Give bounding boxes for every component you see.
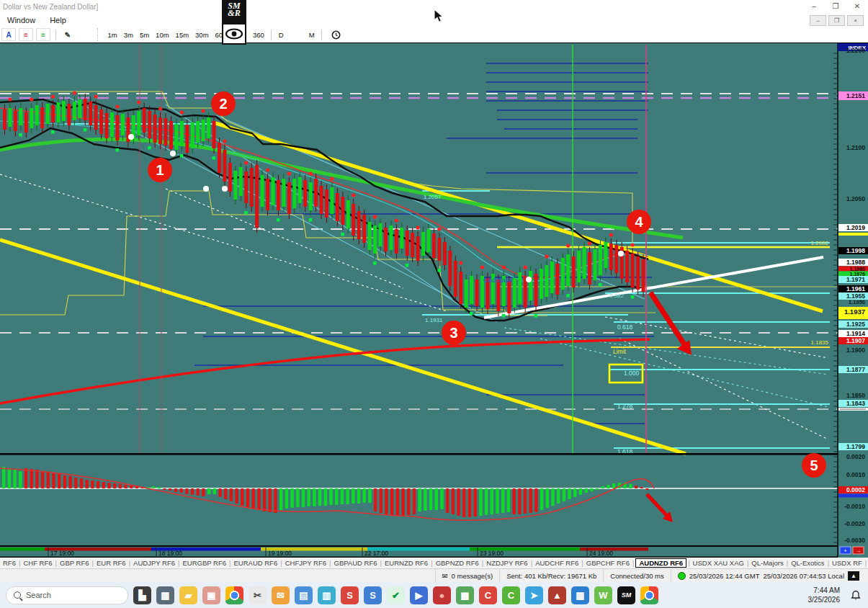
taskbar-app-red-app-icon[interactable]: ▲	[548, 586, 566, 604]
timeframe-monthly-button[interactable]: M	[305, 31, 318, 39]
taskbar-app-green-app-icon[interactable]: ▩	[456, 586, 474, 604]
search-icon	[14, 591, 21, 599]
alarm-icon[interactable]: ▲	[848, 571, 859, 581]
status-bar: ✉ 0 message(s) Sent: 401 Kb/Recv: 19671 …	[0, 568, 868, 582]
tab-audchf-rf6[interactable]: AUDCHF RF6	[534, 559, 580, 567]
taskbar-search[interactable]: Search	[6, 586, 128, 604]
taskbar: Search ▙▦▰▣✂✉▤▥SS✔▶●▩CC➤▲▦WSM 7:44 AM 3/…	[0, 582, 868, 608]
taskbar-app-notes-icon[interactable]: ▤	[295, 586, 313, 604]
draw-tool-icon[interactable]: ✎	[61, 29, 74, 40]
tab-partial[interactable]: RF6	[1, 559, 17, 567]
toolbar: A ≡ ≡ ✎ 1m3m5m10m15m30m60m240360 D M	[0, 27, 868, 43]
chart-area[interactable]: Grid Base1.20571.19310.3820.6181.0001.27…	[0, 43, 868, 558]
tab-nzdjpy-rf6[interactable]: NZDJPY RF6	[485, 559, 529, 567]
minimize-button[interactable]: –	[803, 0, 825, 12]
search-placeholder: Search	[26, 591, 51, 599]
tab-eur-rf6[interactable]: EUR RF6	[95, 559, 127, 567]
price-chart-canvas[interactable]: Grid Base1.20571.19310.3820.6181.0001.27…	[0, 43, 868, 558]
table-red-tool-icon[interactable]: ≡	[19, 28, 33, 41]
timeframe-1m-button[interactable]: 1m	[104, 31, 120, 39]
taskbar-app-chrome-icon[interactable]	[225, 586, 243, 604]
taskbar-app-video-app-icon[interactable]: ▶	[410, 586, 428, 604]
taskbar-app-file-explorer-icon[interactable]: ▰	[179, 586, 197, 604]
taskbar-time: 7:44 AM	[808, 586, 841, 595]
taskbar-app-skype-icon[interactable]: S	[364, 586, 382, 604]
taskbar-app-trading-check-icon[interactable]: ✔	[387, 586, 405, 604]
taskbar-app-smr-app-icon[interactable]: SM	[617, 586, 635, 604]
messages-segment[interactable]: ✉ 0 message(s)	[435, 569, 500, 582]
connection-status-icon	[678, 572, 686, 580]
mouse-cursor	[434, 9, 445, 27]
tab-ql-majors[interactable]: QL-Majors	[750, 559, 784, 567]
taskbar-app-calculator-icon[interactable]: ▦	[156, 586, 174, 604]
mdi-close-button[interactable]: ×	[847, 15, 864, 26]
tab-ql-exotics[interactable]: QL-Exotics	[789, 559, 826, 567]
tab-gbp-rf6[interactable]: GBP RF6	[58, 559, 90, 567]
tab-eurnzd-rf6[interactable]: EURNZD RF6	[383, 559, 429, 567]
maximize-button[interactable]: ❐	[825, 0, 846, 12]
taskbar-app-chrome-2-icon[interactable]	[640, 586, 658, 604]
menu-help[interactable]: Help	[42, 16, 73, 24]
price-label-1.1961: 1.1961	[846, 285, 865, 292]
tab-euraud-rf6[interactable]: EURAUD RF6	[232, 559, 279, 567]
taskbar-app-capture-icon[interactable]: ▥	[318, 586, 336, 604]
toolbar-separator	[271, 30, 272, 40]
tab-separator: |	[380, 559, 382, 567]
price-label-1.1998: 1.1998	[846, 247, 865, 254]
messages-count: 0 message(s)	[452, 572, 493, 580]
price-label-0.0020: 0.0020	[846, 453, 865, 460]
menu-window[interactable]: Window	[0, 16, 42, 24]
taskbar-app-window-tool-icon[interactable]: ▙	[133, 586, 151, 604]
timeframe-3m-button[interactable]: 3m	[120, 31, 136, 39]
timeframe-360-button[interactable]: 360	[249, 31, 267, 39]
notification-bell-icon[interactable]	[851, 590, 861, 601]
taskbar-app-c-green-icon[interactable]: C	[502, 586, 520, 604]
chart-label-1-1931: 1.1931	[425, 317, 443, 323]
trading-app-window: Dollar vs New Zealand Dollar] – ❐ ✕ Wind…	[0, 0, 868, 608]
tab-separator: |	[431, 559, 432, 567]
chart-label-1-1835: 1.1835	[811, 339, 829, 346]
tab-gbpnzd-rf6[interactable]: GBPNZD RF6	[434, 559, 480, 567]
taskbar-app-photos-icon[interactable]: ▣	[202, 586, 220, 604]
close-button[interactable]: ✕	[846, 0, 868, 12]
mdi-restore-button[interactable]: ❐	[828, 15, 845, 26]
tab-separator: |	[92, 559, 94, 567]
taskbar-app-sphere-app-icon[interactable]: ●	[433, 586, 451, 604]
taskbar-app-telegram-icon[interactable]: ➤	[525, 586, 543, 604]
tab-chfjpy-rf6[interactable]: CHFJPY RF6	[284, 559, 328, 567]
timeframe-5m-button[interactable]: 5m	[136, 31, 152, 39]
timeframe-15m-button[interactable]: 15m	[172, 31, 192, 39]
tab-usdx-rf[interactable]: USDX RF	[831, 559, 864, 567]
tab-audnzd-rf6[interactable]: AUDNZD RF6	[635, 558, 686, 568]
taskbar-app-sugarsync-icon[interactable]: S	[341, 586, 359, 604]
tab-chf-rf6[interactable]: CHF RF6	[22, 559, 53, 567]
tab-gbpchf-rf6[interactable]: GBPCHF RF6	[585, 559, 631, 567]
chart-label-limit: Limit	[613, 348, 627, 355]
mdi-minimize-button[interactable]: –	[810, 15, 826, 26]
clock-icon[interactable]	[331, 30, 341, 40]
tab-eurgbp-rf6[interactable]: EURGBP RF6	[181, 559, 228, 567]
tab-gbpaud-rf6[interactable]: GBPAUD RF6	[333, 559, 379, 567]
toolbar-separator	[97, 28, 99, 41]
tab-separator: |	[688, 559, 689, 567]
taskbar-clock[interactable]: 7:44 AM 3/25/2026	[808, 586, 841, 604]
timeframe-10m-button[interactable]: 10m	[153, 31, 172, 39]
chart-label-1-278: 1.278	[617, 403, 633, 410]
taskbar-app-mail-icon[interactable]: ✉	[272, 586, 290, 604]
taskbar-app-webull-icon[interactable]: W	[594, 586, 612, 604]
chart-label-0-618: 0.618	[617, 323, 633, 331]
timeframe-daily-button[interactable]: D	[275, 31, 287, 39]
tab-separator: |	[632, 559, 634, 567]
table-green-tool-icon[interactable]: ≡	[36, 28, 50, 41]
chart-label-1-2002: 1.2002	[811, 240, 829, 246]
smr-logo: SM&R	[222, 0, 246, 45]
timeframe-30m-button[interactable]: 30m	[192, 31, 212, 39]
taskbar-app-editor-icon[interactable]: ✂	[249, 586, 267, 604]
tab-audjpy-rf6[interactable]: AUDJPY RF6	[132, 559, 176, 567]
taskbar-app-blue-grid-icon[interactable]: ▦	[571, 586, 589, 604]
tab-usdx-xau-xag[interactable]: USDX XAU XAG	[692, 559, 746, 567]
taskbar-app-camtasia-icon[interactable]: C	[479, 586, 497, 604]
chart-tool-icon[interactable]: A	[1, 28, 16, 41]
svg-text:5: 5	[810, 457, 818, 473]
tab-separator: |	[19, 559, 20, 567]
